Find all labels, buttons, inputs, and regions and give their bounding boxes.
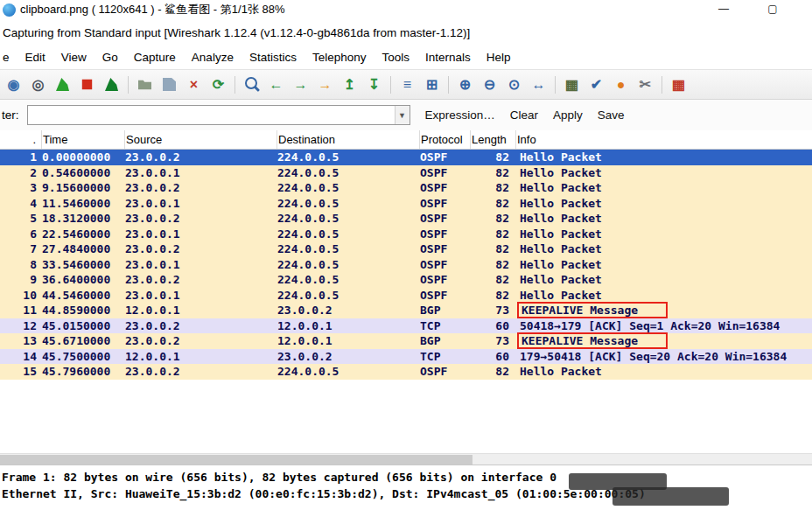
capture-options-icon[interactable]: ◎ <box>27 73 49 95</box>
start-capture-icon[interactable] <box>52 73 74 95</box>
length-cell: 82 <box>471 241 516 257</box>
menu-item-telephony[interactable]: Telephony <box>304 51 374 64</box>
packet-row[interactable]: 833.546000023.0.0.1224.0.0.5OSPF82Hello … <box>0 257 812 273</box>
protocol-cell: BGP <box>420 303 471 318</box>
zoom-out-icon[interactable]: ⊖ <box>479 73 500 95</box>
preferences-icon[interactable]: ✂ <box>634 73 656 95</box>
destination-cell: 23.0.0.2 <box>277 303 420 318</box>
reload-icon[interactable]: ⟳ <box>207 73 229 95</box>
close-capture-icon[interactable]: × <box>183 73 205 95</box>
menu-item-help[interactable]: Help <box>479 51 519 64</box>
menu-item-edit[interactable]: Edit <box>18 51 53 64</box>
source-cell: 23.0.0.2 <box>125 150 277 165</box>
packet-row[interactable]: 936.640000023.0.0.2224.0.0.5OSPF82Hello … <box>0 272 812 288</box>
packet-row[interactable]: 727.484000023.0.0.2224.0.0.5OSPF82Hello … <box>0 241 812 257</box>
packet-row[interactable]: 1345.671000023.0.0.212.0.0.1BGP73KEEPALI… <box>0 333 812 349</box>
source-cell: 23.0.0.1 <box>125 257 277 273</box>
scrollbar-thumb[interactable] <box>0 455 472 465</box>
detail-line[interactable]: Frame 1: 82 bytes on wire (656 bits), 82… <box>2 469 812 486</box>
source-cell: 23.0.0.2 <box>125 364 277 380</box>
zoom-in-icon[interactable]: ⊕ <box>454 73 476 95</box>
packet-row[interactable]: 20.5460000023.0.0.1224.0.0.5OSPF82Hello … <box>0 165 812 181</box>
packet-row[interactable]: 518.312000023.0.0.2224.0.0.5OSPF82Hello … <box>0 211 812 227</box>
save-capture-icon[interactable] <box>158 73 180 95</box>
expression-button[interactable]: Expression… <box>425 108 495 122</box>
find-packet-icon[interactable] <box>241 73 262 95</box>
coloring-rules-icon[interactable]: ● <box>610 73 632 95</box>
goto-first-icon[interactable]: ↥ <box>339 73 360 95</box>
length-cell: 60 <box>471 349 516 365</box>
main-toolbar: ◉◎×⟳←→→↥↧≡⊞⊕⊖⊙↔▦✔●✂▦ <box>0 69 812 100</box>
filter-input[interactable] <box>28 106 395 124</box>
info-cell: Hello Packet <box>516 227 812 242</box>
menu-item-view[interactable]: View <box>53 51 94 64</box>
toolbar-separator <box>128 76 129 94</box>
length-cell: 82 <box>471 211 516 227</box>
column-header-no[interactable]: . <box>0 130 42 149</box>
chevron-down-icon[interactable]: ▼ <box>395 106 410 124</box>
info-cell: Hello Packet <box>516 165 812 181</box>
goto-last-icon[interactable]: ↧ <box>363 73 385 95</box>
help-icon[interactable]: ▦ <box>668 73 690 95</box>
packet-row[interactable]: 1445.750000012.0.0.123.0.0.2TCP60179→504… <box>0 349 812 365</box>
toolbar-separator <box>448 76 449 94</box>
save-button[interactable]: Save <box>598 108 625 122</box>
packet-row[interactable]: 39.1560000023.0.0.2224.0.0.5OSPF82Hello … <box>0 180 812 196</box>
resize-columns-icon[interactable]: ↔ <box>528 73 550 95</box>
length-cell: 82 <box>471 288 516 304</box>
info-cell: KEEPALIVE Message <box>516 333 812 349</box>
source-cell: 23.0.0.1 <box>125 196 277 212</box>
colorize-list-icon[interactable]: ≡ <box>396 73 418 95</box>
time-cell: 0.54600000 <box>42 165 125 181</box>
minimize-button[interactable]: — <box>710 0 737 17</box>
packet-row[interactable]: 10.0000000023.0.0.2224.0.0.5OSPF82Hello … <box>0 150 812 165</box>
column-header-info[interactable]: Info <box>516 130 812 149</box>
packet-row[interactable]: 1044.546000023.0.0.1224.0.0.5OSPF82Hello… <box>0 288 812 304</box>
restart-capture-icon[interactable] <box>101 73 122 95</box>
column-header-source[interactable]: Source <box>125 130 277 149</box>
length-cell: 82 <box>471 150 516 165</box>
menu-item-e[interactable]: e <box>0 51 18 64</box>
open-capture-icon[interactable] <box>134 73 156 95</box>
maximize-button[interactable]: ▢ <box>760 0 786 17</box>
packet-row[interactable]: 1545.796000023.0.0.2224.0.0.5OSPF82Hello… <box>0 364 812 380</box>
time-cell: 45.7500000 <box>42 349 125 365</box>
autoscroll-icon[interactable]: ⊞ <box>421 73 443 95</box>
apply-button[interactable]: Apply <box>553 108 583 122</box>
destination-cell: 224.0.0.5 <box>277 196 420 212</box>
packet-row[interactable]: 622.546000023.0.0.1224.0.0.5OSPF82Hello … <box>0 227 812 242</box>
filter-combobox: ▼ <box>27 105 410 125</box>
destination-cell: 224.0.0.5 <box>277 180 420 196</box>
packet-row[interactable]: 411.546000023.0.0.1224.0.0.5OSPF82Hello … <box>0 196 812 212</box>
info-cell: Hello Packet <box>516 241 812 257</box>
capture-filters-icon[interactable]: ▦ <box>561 73 583 95</box>
go-forward-icon[interactable]: → <box>290 73 312 95</box>
menu-item-statistics[interactable]: Statistics <box>242 51 304 64</box>
destination-cell: 12.0.0.1 <box>277 318 420 334</box>
length-cell: 82 <box>471 257 516 273</box>
column-header-protocol[interactable]: Protocol <box>420 130 471 149</box>
list-interfaces-icon[interactable]: ◉ <box>3 73 24 95</box>
clear-button[interactable]: Clear <box>510 108 538 122</box>
destination-cell: 23.0.0.2 <box>277 349 420 365</box>
source-cell: 23.0.0.2 <box>125 333 277 349</box>
menu-item-internals[interactable]: Internals <box>417 51 479 64</box>
display-filters-icon[interactable]: ✔ <box>585 73 607 95</box>
goto-packet-icon[interactable]: → <box>314 73 336 95</box>
horizontal-scrollbar[interactable] <box>0 453 812 465</box>
column-header-destination[interactable]: Destination <box>277 130 420 149</box>
packet-row[interactable]: 1144.859000012.0.0.123.0.0.2BGP73KEEPALI… <box>0 303 812 318</box>
packet-row[interactable]: 1245.015000023.0.0.212.0.0.1TCP6050418→1… <box>0 318 812 334</box>
no-cell: 9 <box>0 272 42 288</box>
zoom-normal-icon[interactable]: ⊙ <box>503 73 525 95</box>
column-header-length[interactable]: Length <box>471 130 516 149</box>
menu-item-tools[interactable]: Tools <box>374 51 417 64</box>
menu-item-analyze[interactable]: Analyze <box>184 51 242 64</box>
menu-item-capture[interactable]: Capture <box>126 51 184 64</box>
menu-item-go[interactable]: Go <box>94 51 126 64</box>
protocol-cell: OSPF <box>420 150 471 165</box>
packet-list-empty-area <box>0 380 812 453</box>
go-back-icon[interactable]: ← <box>265 73 287 95</box>
stop-capture-icon[interactable] <box>76 73 98 95</box>
column-header-time[interactable]: Time <box>42 130 125 149</box>
